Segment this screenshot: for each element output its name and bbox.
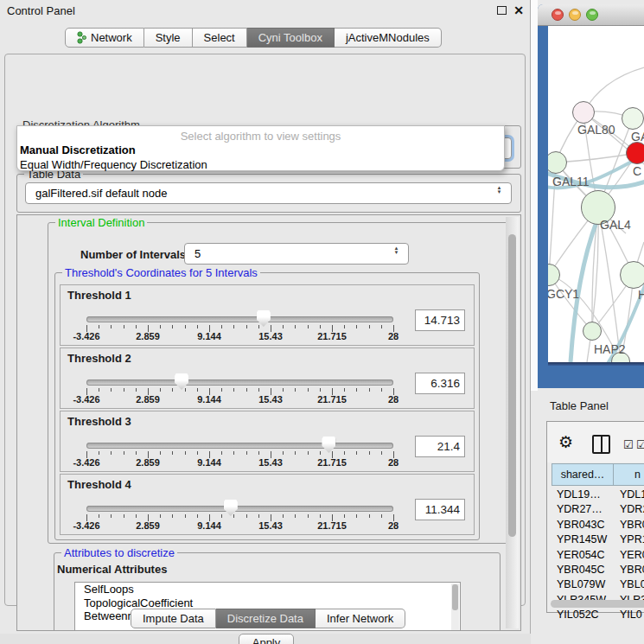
table-data-combobox[interactable]: galFiltered.sif default node ▲▼ bbox=[25, 182, 512, 204]
list-scrollbar[interactable] bbox=[451, 583, 459, 631]
interval-definition-title: Interval Definition bbox=[55, 216, 147, 229]
dropdown-item-equal-width[interactable]: Equal Width/Frequency Discretization bbox=[17, 157, 504, 172]
combo-stepper-icon: ▲▼ bbox=[495, 186, 503, 194]
panel-scrollbar[interactable] bbox=[506, 217, 519, 628]
tab-cyni-toolbox[interactable]: Cyni Toolbox bbox=[247, 28, 335, 48]
interval-definition-groupbox: Interval Definition Number of Intervals … bbox=[48, 222, 508, 544]
dropdown-hint-item[interactable]: Select algorithm to view settings bbox=[17, 126, 504, 143]
number-of-intervals-label: Number of Intervals bbox=[80, 248, 186, 261]
threshold-panel-2: Threshold 2-3.4262.8599.14415.4321.71528… bbox=[60, 348, 475, 409]
cell-shared-name: YBR043C bbox=[552, 518, 614, 532]
network-node-label: GAL80 bbox=[577, 123, 615, 137]
network-node[interactable] bbox=[626, 142, 644, 164]
bottom-tab-bar: Impute DataDiscretize DataInfer Network bbox=[131, 609, 405, 628]
network-node-label: H bbox=[638, 288, 644, 302]
tab-jactivemnodules[interactable]: jActiveMNodules bbox=[335, 28, 442, 48]
thresholds-group-title: Threshold's Coordinates for 5 Intervals bbox=[62, 266, 260, 279]
minimize-traffic-light[interactable] bbox=[569, 9, 581, 21]
threshold-value-field[interactable]: 11.344 bbox=[415, 499, 465, 520]
network-canvas[interactable]: GAL80GACGAL11GAL4GCY1HHAP2 bbox=[548, 26, 644, 362]
tab-label: Select bbox=[204, 31, 235, 44]
table-row[interactable]: YBR043CYBR0 bbox=[552, 518, 644, 532]
threshold-slider-track[interactable] bbox=[86, 379, 393, 386]
float-window-icon[interactable] bbox=[497, 6, 507, 15]
cyni-toolbox-panel: Discretization Algorithm Select algorith… bbox=[4, 54, 526, 606]
zoom-traffic-light[interactable] bbox=[586, 9, 598, 21]
control-panel-window: Control Panel ✕ NetworkStyleSelectCyni T… bbox=[0, 0, 531, 634]
table-row[interactable]: YDR27…YDR2 bbox=[552, 502, 644, 517]
panel-scrollbar-thumb[interactable] bbox=[508, 234, 516, 537]
table-row[interactable]: YPR145WYPR1 bbox=[552, 532, 644, 547]
table-row[interactable]: YDL19…YDL1 bbox=[552, 488, 644, 502]
column-header-name[interactable]: n bbox=[614, 463, 644, 486]
table-panel-header: Table Panel bbox=[531, 391, 644, 421]
network-node-label: GAL4 bbox=[600, 218, 631, 232]
slider-tick-labels: -3.4262.8599.14415.4321.71528 bbox=[86, 394, 393, 405]
table-header-row: shared… n bbox=[552, 463, 644, 486]
threshold-slider-track[interactable] bbox=[86, 316, 393, 322]
network-window-titlebar[interactable] bbox=[538, 4, 644, 26]
table-row[interactable]: YBR045CYBR0 bbox=[552, 563, 644, 577]
tab-label: Cyni Toolbox bbox=[258, 31, 322, 44]
threshold-label: Threshold 2 bbox=[67, 352, 131, 365]
attribute-list-item[interactable]: SelfLoops bbox=[75, 583, 460, 596]
attribute-list-item[interactable]: TopologicalCoefficient bbox=[75, 596, 460, 610]
number-of-intervals-value: 5 bbox=[194, 247, 201, 260]
network-node[interactable] bbox=[583, 322, 602, 341]
split-table-icon[interactable] bbox=[592, 435, 610, 454]
table-row[interactable]: YIL052CYIL0 bbox=[552, 608, 644, 622]
tab-impute-data[interactable]: Impute Data bbox=[131, 609, 216, 628]
right-region: GAL80GACGAL11GAL4GCY1HHAP2 Table Panel ⚙… bbox=[531, 0, 644, 644]
network-node[interactable] bbox=[572, 101, 595, 124]
threshold-panels: Threshold 1-3.4262.8599.14415.4321.71528… bbox=[55, 284, 479, 535]
tab-label: jActiveMNodules bbox=[346, 31, 430, 44]
network-node-label: C bbox=[633, 164, 641, 178]
threshold-label: Threshold 4 bbox=[67, 478, 131, 491]
threshold-value-field[interactable]: 14.713 bbox=[415, 309, 465, 331]
threshold-slider-track[interactable] bbox=[86, 506, 393, 512]
checkbox-checked-icon[interactable]: ☑ bbox=[623, 438, 634, 451]
network-node-label: GA bbox=[631, 130, 644, 143]
tab-network[interactable]: Network bbox=[65, 28, 144, 48]
cell-name: YBR0 bbox=[614, 518, 644, 532]
cell-name: YPR1 bbox=[614, 532, 644, 547]
threshold-value-field[interactable]: 6.316 bbox=[415, 373, 465, 394]
threshold-panel-4: Threshold 4-3.4262.8599.14415.4321.71528… bbox=[60, 474, 475, 535]
table-row[interactable]: YBL079WYBL0 bbox=[552, 577, 644, 592]
network-node[interactable] bbox=[620, 261, 644, 289]
network-view-window[interactable]: GAL80GACGAL11GAL4GCY1HHAP2 bbox=[538, 4, 644, 388]
apply-button[interactable]: Apply bbox=[239, 634, 294, 644]
close-icon[interactable]: ✕ bbox=[513, 3, 524, 17]
gear-icon[interactable]: ⚙ bbox=[558, 432, 573, 452]
cell-shared-name: YDL19… bbox=[552, 488, 614, 502]
tab-select[interactable]: Select bbox=[193, 28, 247, 48]
network-node-label: GCY1 bbox=[548, 287, 579, 301]
network-node[interactable] bbox=[622, 107, 644, 130]
threshold-panel-1: Threshold 1-3.4262.8599.14415.4321.71528… bbox=[60, 284, 475, 346]
network-tree-icon bbox=[77, 31, 86, 44]
threshold-value-field[interactable]: 21.4 bbox=[415, 436, 465, 457]
column-header-shared-name[interactable]: shared… bbox=[552, 463, 614, 486]
tab-label: Infer Network bbox=[327, 612, 393, 625]
panel-title: Control Panel bbox=[7, 4, 75, 17]
table-row[interactable]: YER054CYER0 bbox=[552, 548, 644, 563]
threshold-label: Threshold 3 bbox=[67, 415, 131, 428]
table-horizontal-scrollbar[interactable] bbox=[551, 600, 644, 608]
checkbox-checked-icon[interactable]: ☑ bbox=[636, 438, 644, 451]
number-of-intervals-spinner[interactable]: 5 ▲▼ bbox=[184, 243, 409, 265]
cell-shared-name: YPR145W bbox=[552, 532, 614, 547]
threshold-slider-track[interactable] bbox=[86, 443, 393, 449]
tab-label: Impute Data bbox=[143, 612, 204, 625]
cell-shared-name: YIL052C bbox=[552, 608, 614, 622]
cell-shared-name: YBR045C bbox=[552, 563, 614, 577]
tab-label: Network bbox=[91, 31, 132, 44]
slider-tick-labels: -3.4262.8599.14415.4321.71528 bbox=[86, 331, 393, 341]
table-panel-title: Table Panel bbox=[550, 399, 609, 412]
tab-infer-network[interactable]: Infer Network bbox=[316, 609, 405, 628]
dropdown-item-manual-discretization[interactable]: Manual Discretization bbox=[17, 143, 504, 157]
tab-style[interactable]: Style bbox=[144, 28, 193, 48]
tab-discretize-data[interactable]: Discretize Data bbox=[216, 609, 316, 628]
close-traffic-light[interactable] bbox=[552, 9, 564, 21]
network-node-label: GAL11 bbox=[552, 175, 590, 188]
settings-scroll-panel: Interval Definition Number of Intervals … bbox=[16, 214, 521, 631]
